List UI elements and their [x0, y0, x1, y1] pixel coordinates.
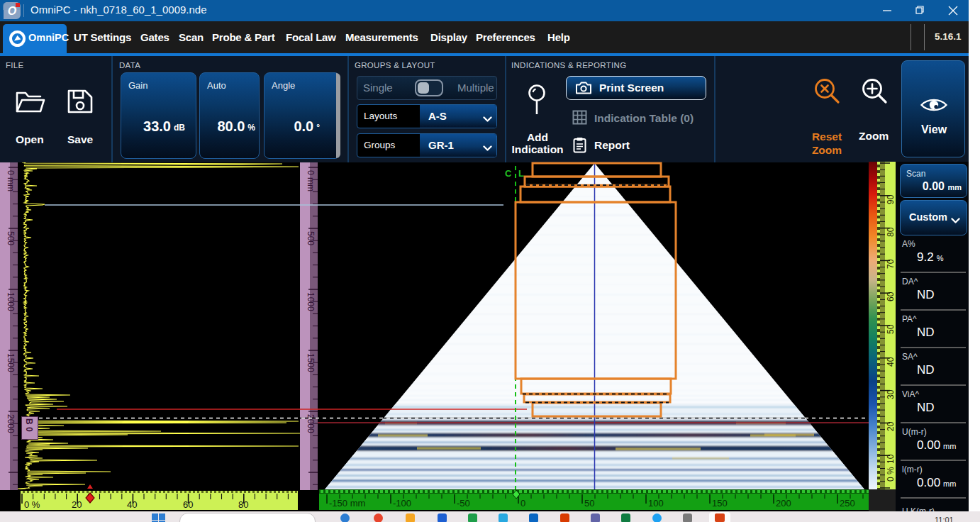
svg-text:L: L	[518, 168, 524, 179]
svg-text:C: C	[505, 168, 512, 179]
